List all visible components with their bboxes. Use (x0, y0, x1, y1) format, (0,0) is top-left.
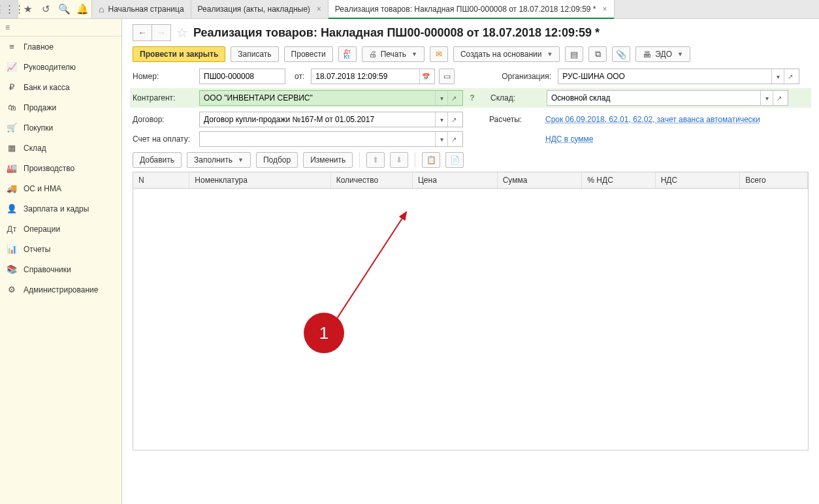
sidebar-icon: 📊 (7, 244, 17, 254)
move-down-button[interactable]: ⬇ (390, 152, 408, 168)
table-header: NНоменклатураКоличествоЦенаСумма% НДСНДС… (133, 172, 808, 189)
help-icon[interactable]: ? (467, 91, 477, 105)
dropdown-icon[interactable]: ▾ (435, 132, 447, 146)
sidebar-label: Главное (24, 42, 54, 52)
date-input[interactable]: 📅 (311, 69, 435, 84)
print-button[interactable]: 🖨Печать▼ (362, 46, 425, 62)
sidebar-item[interactable]: 🛍Продажи (0, 97, 121, 118)
org-input[interactable]: ▾↗ (558, 69, 799, 84)
table-actions: Добавить Заполнить▼ Подбор Изменить ⬆ ⬇ … (133, 152, 809, 168)
history-icon[interactable]: ↺ (37, 0, 55, 18)
org-label: Организация: (502, 72, 554, 81)
tab[interactable]: Реализация (акты, накладные)× (191, 0, 329, 18)
sidebar: ≡ ≡Главное📈Руководителю₽Банк и касса🛍Про… (0, 19, 122, 504)
copy-button[interactable]: 📋 (422, 152, 440, 168)
printer-icon: 🖨 (369, 50, 377, 59)
sidebar-icon: ₽ (7, 82, 17, 92)
table-col[interactable]: Сумма (498, 172, 583, 188)
email-button[interactable]: ✉ (430, 46, 448, 62)
table-col[interactable]: Всего (740, 172, 808, 188)
add-button[interactable]: Добавить (133, 152, 182, 168)
apps-icon[interactable]: ⋮⋮⋮ (0, 0, 18, 18)
raschety-link[interactable]: Срок 06.09.2018, 62.01, 62.02, зачет ава… (545, 115, 760, 124)
sidebar-label: Склад (24, 144, 46, 153)
edo-button[interactable]: 🖶ЭДО▼ (635, 46, 690, 62)
save-button[interactable]: Записать (231, 46, 278, 62)
sidebar-item[interactable]: 📊Отчеты (0, 239, 121, 259)
search-icon[interactable]: 🔍 (55, 0, 73, 18)
number-input[interactable] (199, 69, 285, 84)
sklad-input[interactable]: ▾↗ (547, 90, 788, 106)
open-icon[interactable]: ↗ (447, 132, 460, 146)
doc-icon-button[interactable]: ▭ (439, 69, 455, 84)
table-col[interactable]: Количество (331, 172, 413, 188)
table-body[interactable] (133, 189, 808, 450)
sidebar-icon: 🏭 (7, 163, 17, 173)
close-icon[interactable]: × (317, 5, 321, 14)
sidebar-item[interactable]: ▦Склад (0, 138, 121, 158)
dtkt-button[interactable]: ДтКт (338, 46, 357, 62)
table-col[interactable]: НДС (656, 172, 741, 188)
favorite-icon[interactable]: ☆ (176, 25, 188, 40)
create-based-button[interactable]: Создать на основании▼ (453, 46, 560, 62)
sidebar-icon: 🛍 (7, 102, 17, 112)
sidebar-item[interactable]: 📈Руководителю (0, 57, 121, 77)
sidebar-item[interactable]: ≡Главное (0, 37, 121, 57)
close-icon[interactable]: × (603, 5, 607, 14)
raschety-label: Расчеты: (489, 115, 541, 124)
dropdown-icon[interactable]: ▾ (771, 69, 784, 84)
post-button[interactable]: Провести (284, 46, 333, 62)
callout-1: 1 (304, 313, 344, 353)
table-col[interactable]: Номенклатура (189, 172, 330, 188)
main: ← → ☆ Реализация товаров: Накладная ПШ00… (122, 19, 819, 504)
sidebar-toggle[interactable]: ≡ (0, 19, 121, 37)
list-button[interactable]: ▤ (565, 46, 583, 62)
sidebar-item[interactable]: 🏭Производство (0, 158, 121, 178)
attach-button[interactable]: 📎 (612, 46, 630, 62)
sidebar-item[interactable]: ⚙Администрирование (0, 279, 121, 300)
open-icon[interactable]: ↗ (447, 112, 460, 127)
list-icon: ▤ (570, 50, 578, 59)
related-button[interactable]: ⧉ (588, 46, 607, 62)
calendar-icon[interactable]: 📅 (419, 69, 432, 84)
sidebar-icon: 👤 (7, 204, 17, 213)
sidebar-item[interactable]: 👤Зарплата и кадры (0, 198, 121, 219)
dropdown-icon[interactable]: ▾ (435, 112, 447, 127)
table-col[interactable]: Цена (413, 172, 498, 188)
open-icon[interactable]: ↗ (784, 69, 796, 84)
sidebar-item[interactable]: 🚚ОС и НМА (0, 178, 121, 198)
forward-button[interactable]: → (152, 24, 171, 41)
paste-button[interactable]: 📄 (445, 152, 464, 168)
star-icon[interactable]: ★ (18, 0, 37, 18)
schet-input[interactable]: ▾↗ (199, 131, 463, 147)
dropdown-icon[interactable]: ▾ (435, 91, 447, 105)
fill-button[interactable]: Заполнить▼ (187, 152, 251, 168)
sidebar-icon: 📚 (7, 264, 17, 274)
pick-button[interactable]: Подбор (256, 152, 298, 168)
post-and-close-button[interactable]: Провести и закрыть (133, 46, 225, 62)
open-icon[interactable]: ↗ (773, 91, 785, 105)
tab[interactable]: Реализация товаров: Накладная ПШ00-00000… (329, 0, 615, 18)
dropdown-icon[interactable]: ▾ (760, 91, 773, 105)
sidebar-icon: 📈 (7, 62, 17, 72)
sidebar-item[interactable]: ДтОперации (0, 219, 121, 239)
sidebar-label: Производство (24, 164, 74, 173)
sidebar-icon: 🚚 (7, 183, 17, 193)
sidebar-label: Администрирование (24, 285, 98, 294)
table-col[interactable]: % НДС (582, 172, 655, 188)
open-icon[interactable]: ↗ (447, 91, 460, 105)
sidebar-icon: Дт (7, 224, 17, 234)
envelope-icon: ✉ (436, 50, 442, 59)
sidebar-item[interactable]: 🛒Покупки (0, 118, 121, 138)
nds-link[interactable]: НДС в сумме (545, 134, 594, 144)
contragent-input[interactable]: ▾↗ (199, 90, 463, 106)
sidebar-item[interactable]: ₽Банк и касса (0, 77, 121, 97)
change-button[interactable]: Изменить (303, 152, 353, 168)
move-up-button[interactable]: ⬆ (366, 152, 385, 168)
sidebar-item[interactable]: 📚Справочники (0, 259, 121, 279)
tab[interactable]: ⌂Начальная страница (92, 0, 191, 18)
dogovor-input[interactable]: ▾↗ (199, 112, 463, 127)
table-col[interactable]: N (133, 172, 189, 188)
back-button[interactable]: ← (133, 24, 152, 41)
bell-icon[interactable]: 🔔 (73, 0, 91, 18)
